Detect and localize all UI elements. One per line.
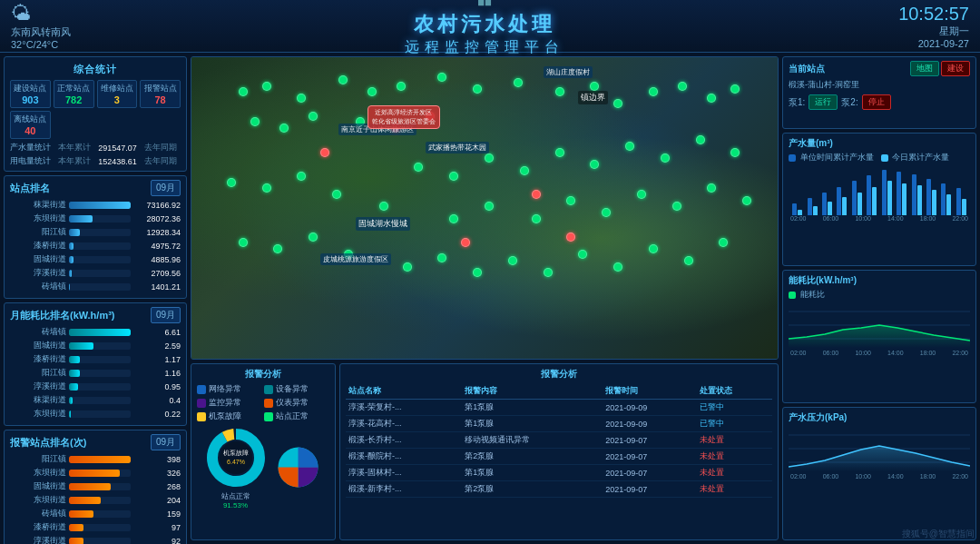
map-dot-green bbox=[684, 256, 693, 265]
bar-fill bbox=[69, 202, 131, 209]
legend-pump: 机泵故障 bbox=[197, 410, 262, 422]
bar-fill bbox=[69, 229, 80, 236]
map-label-2: 武家播热带花木园 bbox=[426, 142, 489, 153]
build-btn[interactable]: 建设 bbox=[941, 61, 970, 76]
bar-column bbox=[835, 165, 848, 215]
station-controls: 泵1: 运行 泵2: 停止 bbox=[789, 94, 970, 110]
pump1-run-btn[interactable]: 运行 bbox=[808, 94, 838, 110]
map-area[interactable]: 镇边界 南京近子山体闲旅游区 武家播热带花木园 固城湖水慢城 皮城桃源旅游度假区… bbox=[191, 56, 779, 360]
header-date: 2021-09-27 bbox=[898, 38, 969, 49]
bar-row: 东坝街道 204 bbox=[10, 494, 181, 506]
map-dot-green bbox=[707, 94, 716, 103]
bar-row: 漆桥街道 4975.72 bbox=[10, 240, 181, 252]
bar-value: 1.16 bbox=[133, 369, 181, 378]
bar-group bbox=[852, 165, 862, 215]
bar-track bbox=[69, 497, 131, 504]
table-row: 淳溪-荣复村-... 第1泵腺 2021-09-09 已警中 bbox=[346, 400, 772, 416]
alert-legend-title: 报警分析 bbox=[197, 368, 329, 381]
map-dot-green bbox=[437, 73, 446, 82]
alert-donut-panel: 报警分析 网络异常 设备异常 监控异常 bbox=[191, 363, 336, 540]
map-dot-green bbox=[485, 153, 494, 163]
cell-time: 2021-09-07 bbox=[603, 449, 696, 465]
bar-light bbox=[813, 206, 818, 215]
map-dot-green bbox=[239, 87, 248, 96]
energy-ratio-box: 能耗比(kW.h/m³) 能耗比 bbox=[782, 270, 976, 403]
header-center: ■■ 农村污水处理 远程监控管理平台 bbox=[405, 0, 564, 57]
bar-row: 砖墙镇 6.61 bbox=[10, 326, 181, 338]
cell-content: 第2泵腺 bbox=[462, 481, 603, 498]
water-prod-last: 去年同期 bbox=[144, 142, 181, 153]
bar-dark bbox=[882, 170, 887, 215]
bar-light bbox=[872, 187, 877, 215]
map-dot-green bbox=[403, 262, 412, 272]
col-station: 站点名称 bbox=[346, 383, 462, 400]
bar-value: 4885.96 bbox=[133, 255, 181, 264]
cell-content: 移动视频通讯异常 bbox=[462, 432, 603, 449]
bar-group bbox=[926, 165, 936, 215]
bar-dark bbox=[912, 174, 916, 215]
bar-row: 阳江镇 12928.34 bbox=[10, 226, 181, 238]
energy-legend-item: 能耗比 bbox=[789, 289, 825, 301]
bar-group bbox=[867, 165, 877, 215]
bar-row: 东坝街道 28072.36 bbox=[10, 213, 181, 224]
header-title-main: 农村污水处理 bbox=[405, 11, 564, 38]
cell-time: 2021-09-09 bbox=[603, 416, 696, 432]
bar-fill bbox=[69, 383, 78, 391]
bar-value: 6.61 bbox=[133, 328, 181, 337]
bar-track bbox=[69, 370, 131, 377]
bar-light bbox=[962, 199, 966, 215]
bar-value: 73166.92 bbox=[133, 201, 181, 210]
table-row: 淳溪-花高村-... 第1泵腺 2021-09-09 已警中 bbox=[346, 416, 772, 432]
bar-name: 漆桥街道 bbox=[10, 353, 66, 365]
bottom-center: 报警分析 网络异常 设备异常 监控异常 bbox=[191, 363, 779, 540]
bar-fill bbox=[69, 370, 80, 377]
cell-content: 第1泵腺 bbox=[462, 400, 603, 416]
bar-track bbox=[69, 242, 131, 250]
bar-value: 159 bbox=[133, 509, 181, 519]
legend-2: 今日累计产水量 bbox=[881, 152, 950, 163]
map-dot-green bbox=[678, 82, 687, 91]
pie-svg bbox=[273, 442, 323, 492]
svg-text:机泵故障: 机泵故障 bbox=[223, 450, 249, 457]
legend-normal-label: 站点正常 bbox=[276, 410, 309, 422]
map-dot-green bbox=[613, 99, 622, 108]
cell-status: 未处置 bbox=[697, 432, 772, 449]
bar-name: 淳溪街道 bbox=[10, 267, 66, 279]
map-dot-green bbox=[227, 178, 236, 187]
alert-legend: 网络异常 设备异常 监控异常 仪表异常 bbox=[197, 383, 329, 422]
bar-value: 92 bbox=[133, 537, 181, 545]
cell-station: 淳溪-固林村-... bbox=[346, 465, 462, 481]
legend-network: 网络异常 bbox=[197, 383, 262, 395]
bar-dark bbox=[822, 193, 827, 215]
pump2-stop-btn[interactable]: 停止 bbox=[862, 94, 891, 110]
bar-name: 秣渠街道 bbox=[10, 199, 66, 211]
map-dot-green bbox=[309, 112, 318, 121]
map-btn[interactable]: 地图 bbox=[910, 61, 939, 76]
bar-column bbox=[865, 165, 878, 215]
bar-track bbox=[69, 329, 131, 336]
alert-table-title: 报警分析 bbox=[346, 368, 772, 381]
bar-name: 阳江镇 bbox=[10, 226, 66, 238]
wind-label: 东南风转南风 bbox=[11, 25, 71, 39]
bar-column bbox=[895, 165, 908, 215]
stat-alert-val: 78 bbox=[143, 94, 177, 105]
pressure-x-labels: 02:00 06:00 10:00 14:00 18:00 22:00 bbox=[789, 473, 970, 480]
bar-name: 淳溪街道 bbox=[10, 535, 66, 544]
bar-dark bbox=[852, 181, 857, 215]
bar-row: 东坝街道 326 bbox=[10, 467, 181, 479]
donut-bottom-label: 站点正常91.53% bbox=[204, 491, 268, 509]
map-dot-green bbox=[250, 117, 260, 126]
bar-fill bbox=[69, 456, 131, 463]
bar-track bbox=[69, 283, 131, 291]
station-rank-bars: 秣渠街道 73166.92 东坝街道 28072.36 阳江镇 12928.34… bbox=[10, 199, 181, 292]
map-dot-green bbox=[449, 214, 458, 223]
bar-value: 0.22 bbox=[133, 410, 181, 419]
map-dot-green bbox=[338, 75, 348, 84]
map-dot-green bbox=[707, 183, 716, 193]
bar-name: 阳江镇 bbox=[10, 367, 66, 379]
map-dot-red bbox=[461, 238, 470, 247]
bar-value: 12928.34 bbox=[133, 228, 181, 237]
pump1-label: 泵1: bbox=[789, 96, 805, 109]
bar-column bbox=[955, 165, 968, 215]
pressure-line-svg bbox=[789, 426, 970, 471]
